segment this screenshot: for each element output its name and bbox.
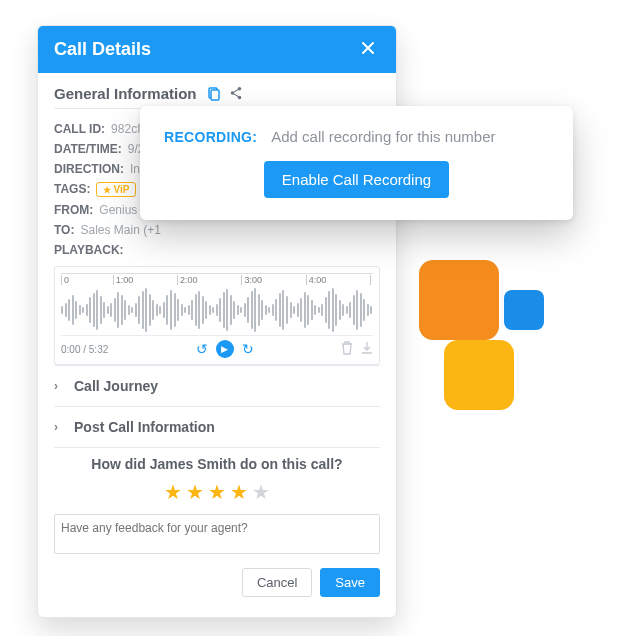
star-icon[interactable]: ★ (164, 480, 182, 504)
rating-question: How did James Smith do on this call? (54, 456, 380, 472)
star-icon[interactable]: ★ (252, 480, 270, 504)
to-label: TO: (54, 223, 74, 237)
direction-label: DIRECTION: (54, 162, 124, 176)
post-call-section[interactable]: › Post Call Information (54, 406, 380, 447)
star-icon[interactable]: ★ (208, 480, 226, 504)
datetime-label: DATE/TIME: (54, 142, 122, 156)
waveform[interactable] (61, 285, 373, 335)
feedback-textarea[interactable] (54, 514, 380, 554)
call-journey-section[interactable]: › Call Journey (54, 365, 380, 406)
card-header: Call Details (38, 26, 396, 73)
svg-rect-1 (211, 90, 219, 100)
enable-recording-button[interactable]: Enable Call Recording (264, 161, 449, 198)
star-icon[interactable]: ★ (186, 480, 204, 504)
card-title: Call Details (54, 39, 151, 60)
rewind-icon[interactable]: ↺ (196, 341, 208, 357)
cancel-button[interactable]: Cancel (242, 568, 312, 597)
download-icon[interactable] (361, 341, 373, 358)
playback-time: 0:00 / 5:32 (61, 344, 108, 355)
playback-ruler: 0 1:00 2:00 3:00 4:00 (61, 273, 373, 285)
close-icon[interactable] (356, 38, 380, 61)
delete-icon[interactable] (341, 341, 353, 358)
playback-widget: 0 1:00 2:00 3:00 4:00 0:00 / 5:32 ↺ ▶ ↻ (54, 266, 380, 365)
call-id-label: CALL ID: (54, 122, 105, 136)
playback-label: PLAYBACK: (54, 243, 124, 257)
star-rating[interactable]: ★ ★ ★ ★ ★ (54, 480, 380, 504)
decoration-yellow (444, 340, 514, 410)
to-value: Sales Main (+1 (80, 223, 160, 237)
save-button[interactable]: Save (320, 568, 380, 597)
recording-text: Add call recording for this number (271, 128, 495, 145)
chevron-right-icon: › (54, 420, 64, 434)
chevron-right-icon: › (54, 379, 64, 393)
forward-icon[interactable]: ↻ (242, 341, 254, 357)
decoration-blue (504, 290, 544, 330)
decoration-orange (419, 260, 499, 340)
star-icon[interactable]: ★ (230, 480, 248, 504)
vip-tag[interactable]: ViP (96, 182, 136, 197)
tags-label: TAGS: (54, 182, 90, 197)
share-icon[interactable] (229, 86, 245, 102)
recording-popover: RECORDING: Add call recording for this n… (140, 106, 573, 220)
general-title: General Information (54, 85, 197, 102)
copy-icon[interactable] (205, 86, 221, 102)
from-label: FROM: (54, 203, 93, 217)
play-icon[interactable]: ▶ (216, 340, 234, 358)
recording-label: RECORDING: (164, 129, 257, 145)
